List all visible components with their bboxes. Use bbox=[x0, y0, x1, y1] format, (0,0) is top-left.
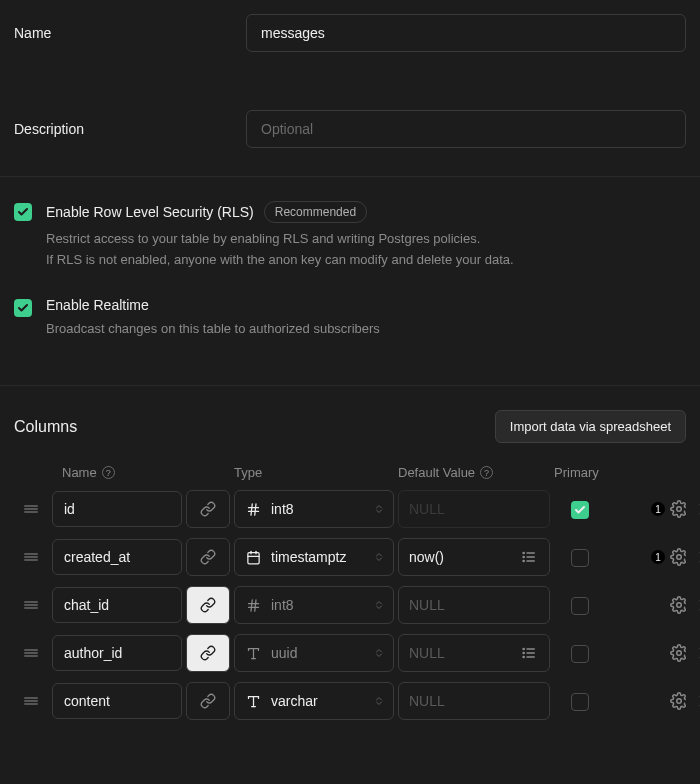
settings-button[interactable] bbox=[670, 596, 688, 614]
column-name-input[interactable] bbox=[52, 587, 182, 623]
delete-column-button[interactable] bbox=[696, 548, 700, 566]
name-input[interactable] bbox=[246, 14, 686, 52]
realtime-desc: Broadcast changes on this table to autho… bbox=[46, 319, 686, 340]
column-type-select[interactable]: int8 bbox=[234, 586, 394, 624]
settings-button[interactable] bbox=[670, 692, 688, 710]
column-type-select[interactable]: varchar bbox=[234, 682, 394, 720]
help-icon[interactable]: ? bbox=[102, 466, 115, 479]
column-name-input[interactable] bbox=[52, 539, 182, 575]
col-header-type: Type bbox=[234, 465, 394, 480]
column-row: timestamptz now() 1 bbox=[14, 538, 686, 576]
text-icon bbox=[245, 694, 261, 709]
drag-handle-icon[interactable] bbox=[14, 500, 48, 518]
foreign-key-button[interactable] bbox=[186, 586, 230, 624]
delete-column-button[interactable] bbox=[696, 500, 700, 518]
settings-button[interactable] bbox=[670, 500, 688, 518]
drag-handle-icon[interactable] bbox=[14, 548, 48, 566]
col-header-name: Name ? bbox=[52, 465, 182, 480]
chevron-updown-icon bbox=[373, 695, 385, 707]
settings-button[interactable] bbox=[670, 548, 688, 566]
columns-title: Columns bbox=[14, 418, 77, 436]
column-row: uuid NULL bbox=[14, 634, 686, 672]
default-value-text: NULL bbox=[409, 693, 539, 709]
foreign-key-button[interactable] bbox=[186, 682, 230, 720]
column-type-label: varchar bbox=[271, 693, 318, 709]
foreign-key-button[interactable] bbox=[186, 634, 230, 672]
text-icon bbox=[245, 646, 261, 661]
hash-icon bbox=[245, 598, 261, 613]
settings-count-badge: 1 bbox=[651, 550, 665, 564]
column-row: int8 NULL 1 bbox=[14, 490, 686, 528]
primary-checkbox[interactable] bbox=[571, 645, 589, 663]
expression-button[interactable] bbox=[519, 643, 539, 663]
divider bbox=[0, 176, 700, 177]
column-type-select[interactable]: uuid bbox=[234, 634, 394, 672]
column-type-label: int8 bbox=[271, 501, 294, 517]
default-value-text: now() bbox=[409, 549, 519, 565]
realtime-title: Enable Realtime bbox=[46, 297, 149, 313]
hash-icon bbox=[245, 502, 261, 517]
realtime-checkbox[interactable] bbox=[14, 299, 32, 317]
chevron-updown-icon bbox=[373, 599, 385, 611]
chevron-updown-icon bbox=[373, 647, 385, 659]
column-type-label: timestamptz bbox=[271, 549, 346, 565]
default-value-text: NULL bbox=[409, 501, 539, 517]
drag-handle-icon[interactable] bbox=[14, 596, 48, 614]
rls-checkbox[interactable] bbox=[14, 203, 32, 221]
column-type-select[interactable]: int8 bbox=[234, 490, 394, 528]
primary-checkbox[interactable] bbox=[571, 501, 589, 519]
chevron-updown-icon bbox=[373, 551, 385, 563]
help-icon[interactable]: ? bbox=[480, 466, 493, 479]
expression-button[interactable] bbox=[519, 547, 539, 567]
drag-handle-icon[interactable] bbox=[14, 644, 48, 662]
column-type-select[interactable]: timestamptz bbox=[234, 538, 394, 576]
delete-column-button[interactable] bbox=[696, 596, 700, 614]
column-type-label: uuid bbox=[271, 645, 297, 661]
primary-checkbox[interactable] bbox=[571, 597, 589, 615]
column-row: int8 NULL bbox=[14, 586, 686, 624]
col-header-default: Default Value ? bbox=[398, 465, 550, 480]
column-name-input[interactable] bbox=[52, 635, 182, 671]
column-name-input[interactable] bbox=[52, 683, 182, 719]
description-input[interactable] bbox=[246, 110, 686, 148]
import-spreadsheet-button[interactable]: Import data via spreadsheet bbox=[495, 410, 686, 443]
column-name-input[interactable] bbox=[52, 491, 182, 527]
column-type-label: int8 bbox=[271, 597, 294, 613]
default-value-input[interactable]: NULL bbox=[398, 634, 550, 672]
default-value-text: NULL bbox=[409, 597, 539, 613]
delete-column-button[interactable] bbox=[696, 644, 700, 662]
default-value-input: NULL bbox=[398, 490, 550, 528]
default-value-input[interactable]: now() bbox=[398, 538, 550, 576]
divider bbox=[0, 385, 700, 386]
column-row: varchar NULL bbox=[14, 682, 686, 720]
foreign-key-button[interactable] bbox=[186, 490, 230, 528]
default-value-input[interactable]: NULL bbox=[398, 682, 550, 720]
settings-count-badge: 1 bbox=[651, 502, 665, 516]
calendar-icon bbox=[245, 550, 261, 565]
primary-checkbox[interactable] bbox=[571, 693, 589, 711]
delete-column-button[interactable] bbox=[696, 692, 700, 710]
default-value-text: NULL bbox=[409, 645, 519, 661]
recommended-badge: Recommended bbox=[264, 201, 367, 223]
rls-desc: Restrict access to your table by enablin… bbox=[46, 229, 686, 271]
description-label: Description bbox=[14, 121, 246, 137]
drag-handle-icon[interactable] bbox=[14, 692, 48, 710]
col-header-primary: Primary bbox=[554, 465, 620, 480]
chevron-updown-icon bbox=[373, 503, 385, 515]
name-label: Name bbox=[14, 25, 246, 41]
settings-button[interactable] bbox=[670, 644, 688, 662]
default-value-input[interactable]: NULL bbox=[398, 586, 550, 624]
rls-title: Enable Row Level Security (RLS) bbox=[46, 204, 254, 220]
primary-checkbox[interactable] bbox=[571, 549, 589, 567]
foreign-key-button[interactable] bbox=[186, 538, 230, 576]
